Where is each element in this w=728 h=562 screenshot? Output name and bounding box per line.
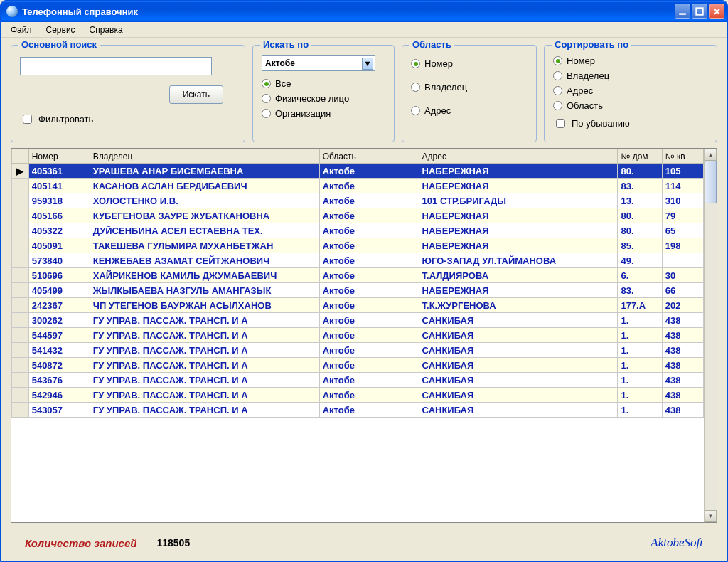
cell-apt: 30 xyxy=(662,268,703,283)
cell-oblast: Актобе xyxy=(319,388,419,403)
grid-header-apt[interactable]: № кв xyxy=(662,149,703,164)
oblast-radio-number[interactable] xyxy=(411,59,420,68)
scroll-track[interactable] xyxy=(705,203,717,510)
close-button[interactable]: ✕ xyxy=(709,4,724,19)
sort-radio-oblast[interactable] xyxy=(553,101,562,110)
search-input[interactable] xyxy=(20,57,212,75)
menu-service[interactable]: Сервис xyxy=(41,23,81,36)
radio-org[interactable] xyxy=(262,109,271,118)
sort-radio-number[interactable] xyxy=(553,56,562,65)
table-row[interactable]: 544597ГУ УПРАВ. ПАССАЖ. ТРАНСП. И ААктоб… xyxy=(12,328,704,343)
scroll-thumb[interactable] xyxy=(705,161,717,203)
cell-owner: ДУЙСЕНБИНА АСЕЛ ЕСТАЕВНА ТЕХ. xyxy=(90,223,319,238)
scroll-up-icon[interactable]: ▲ xyxy=(705,149,717,161)
cell-addr: Т.К.ЖУРГЕНОВА xyxy=(419,298,618,313)
grid-scrollbar[interactable]: ▲ ▼ xyxy=(704,149,717,522)
table-row[interactable]: 542946ГУ УПРАВ. ПАССАЖ. ТРАНСП. И ААктоб… xyxy=(12,388,704,403)
table-row[interactable]: ▶405361УРАШЕВА АНАР БИСЕМБАЕВНААктобеНАБ… xyxy=(12,164,704,179)
grid-header-owner[interactable]: Владелец xyxy=(90,149,319,164)
cell-oblast: Актобе xyxy=(319,179,419,193)
cell-addr: НАБЕРЕЖНАЯ xyxy=(419,283,618,298)
cell-house: 1. xyxy=(618,403,662,418)
cell-num: 405166 xyxy=(28,208,90,223)
app-icon xyxy=(6,6,18,17)
grid-header-address[interactable]: Адрес xyxy=(419,149,618,164)
minimize-button[interactable] xyxy=(675,4,690,19)
grid-header-handle xyxy=(12,149,29,164)
sort-desc-checkbox[interactable] xyxy=(556,119,565,128)
cell-apt: 202 xyxy=(662,298,703,313)
cell-num: 541432 xyxy=(28,343,90,358)
cell-house: 1. xyxy=(618,373,662,388)
oblast-radio-address[interactable] xyxy=(411,106,420,115)
cell-owner: ГУ УПРАВ. ПАССАЖ. ТРАНСП. И А xyxy=(90,343,319,358)
cell-owner: УРАШЕВА АНАР БИСЕМБАЕВНА xyxy=(90,164,319,179)
oblast-radio-owner[interactable] xyxy=(411,83,420,92)
cell-owner: ЖЫЛКЫБАЕВА НАЗГУЛЬ АМАНГАЗЫК xyxy=(90,283,319,298)
sort-group: Сортировать по Номер Владелец Адрес Обла… xyxy=(544,45,717,142)
cell-apt: 114 xyxy=(662,179,703,193)
table-row[interactable]: 405141КАСАНОВ АСЛАН БЕРДИБАЕВИЧАктобеНАБ… xyxy=(12,179,704,193)
cell-house: 80. xyxy=(618,223,662,238)
table-row[interactable]: 405091ТАКЕШЕВА ГУЛЬМИРА МУХАНБЕТЖАНАктоб… xyxy=(12,238,704,253)
scroll-down-icon[interactable]: ▼ xyxy=(705,510,717,522)
cell-owner: ТАКЕШЕВА ГУЛЬМИРА МУХАНБЕТЖАН xyxy=(90,238,319,253)
radio-all[interactable] xyxy=(262,79,271,88)
row-handle xyxy=(12,238,29,253)
table-row[interactable]: 959318ХОЛОСТЕНКО И.В.Актобе101 СТР.БРИГА… xyxy=(12,193,704,208)
menu-file[interactable]: Файл xyxy=(5,23,38,36)
radio-person[interactable] xyxy=(262,94,271,103)
cell-apt: 66 xyxy=(662,283,703,298)
row-handle xyxy=(12,253,29,268)
grid-header-house[interactable]: № дом xyxy=(618,149,662,164)
table-row[interactable]: 543057ГУ УПРАВ. ПАССАЖ. ТРАНСП. И ААктоб… xyxy=(12,403,704,418)
maximize-button[interactable] xyxy=(692,4,707,19)
cell-owner: ГУ УПРАВ. ПАССАЖ. ТРАНСП. И А xyxy=(90,328,319,343)
app-window: Телефонный справочник ✕ Файл Сервис Спра… xyxy=(0,0,728,562)
cell-oblast: Актобе xyxy=(319,358,419,373)
menu-help[interactable]: Справка xyxy=(84,23,129,36)
table-row[interactable]: 510696ХАЙРИКЕНОВ КАМИЛЬ ДЖУМАБАЕВИЧАктоб… xyxy=(12,268,704,283)
grid-header-number[interactable]: Номер xyxy=(28,149,90,164)
row-handle xyxy=(12,313,29,328)
cell-house: 1. xyxy=(618,328,662,343)
table-row[interactable]: 540872ГУ УПРАВ. ПАССАЖ. ТРАНСП. И ААктоб… xyxy=(12,358,704,373)
cell-owner: ГУ УПРАВ. ПАССАЖ. ТРАНСП. И А xyxy=(90,388,319,403)
sort-radio-address[interactable] xyxy=(553,86,562,95)
cell-owner: ГУ УПРАВ. ПАССАЖ. ТРАНСП. И А xyxy=(90,373,319,388)
cell-apt xyxy=(662,253,703,268)
cell-num: 573840 xyxy=(28,253,90,268)
region-combo-value: Актобе xyxy=(265,58,295,68)
search-button[interactable]: Искать xyxy=(169,85,223,104)
table-row[interactable]: 300262ГУ УПРАВ. ПАССАЖ. ТРАНСП. И ААктоб… xyxy=(12,313,704,328)
table-row[interactable]: 573840КЕНЖЕБАЕВ АЗАМАТ СЕЙТЖАНОВИЧАктобе… xyxy=(12,253,704,268)
cell-addr: НАБЕРЕЖНАЯ xyxy=(419,164,618,179)
titlebar[interactable]: Телефонный справочник ✕ xyxy=(1,1,727,22)
cell-owner: ХОЛОСТЕНКО И.В. xyxy=(90,193,319,208)
sort-radio-owner[interactable] xyxy=(553,71,562,80)
cell-apt: 438 xyxy=(662,373,703,388)
region-combo[interactable]: Актобе ▾ xyxy=(262,55,375,71)
cell-house: 1. xyxy=(618,343,662,358)
search-group-title: Основной поиск xyxy=(18,39,100,50)
brand-label: AktobeSoft xyxy=(651,536,703,550)
cell-oblast: Актобе xyxy=(319,328,419,343)
grid-header-oblast[interactable]: Область xyxy=(319,149,419,164)
filter-checkbox[interactable] xyxy=(23,115,32,124)
results-grid: Номер Владелец Область Адрес № дом № кв … xyxy=(11,148,717,523)
table-row[interactable]: 543676ГУ УПРАВ. ПАССАЖ. ТРАНСП. И ААктоб… xyxy=(12,373,704,388)
cell-house: 1. xyxy=(618,313,662,328)
cell-addr: САНКИБАЯ xyxy=(419,328,618,343)
cell-oblast: Актобе xyxy=(319,238,419,253)
cell-num: 405499 xyxy=(28,283,90,298)
menubar: Файл Сервис Справка xyxy=(1,22,727,38)
table-row[interactable]: 405166КУБЕГЕНОВА ЗАУРЕ ЖУБАТКАНОВНААктоб… xyxy=(12,208,704,223)
cell-house: 13. xyxy=(618,193,662,208)
oblast-group: Область Номер Владелец Адрес xyxy=(402,45,537,142)
table-row[interactable]: 405499ЖЫЛКЫБАЕВА НАЗГУЛЬ АМАНГАЗЫКАктобе… xyxy=(12,283,704,298)
table-row[interactable]: 405322ДУЙСЕНБИНА АСЕЛ ЕСТАЕВНА ТЕХ.Актоб… xyxy=(12,223,704,238)
cell-addr: САНКИБАЯ xyxy=(419,373,618,388)
cell-house: 1. xyxy=(618,388,662,403)
table-row[interactable]: 541432ГУ УПРАВ. ПАССАЖ. ТРАНСП. И ААктоб… xyxy=(12,343,704,358)
table-row[interactable]: 242367ЧП УТЕГЕНОВ БАУРЖАН АСЫЛХАНОВАктоб… xyxy=(12,298,704,313)
